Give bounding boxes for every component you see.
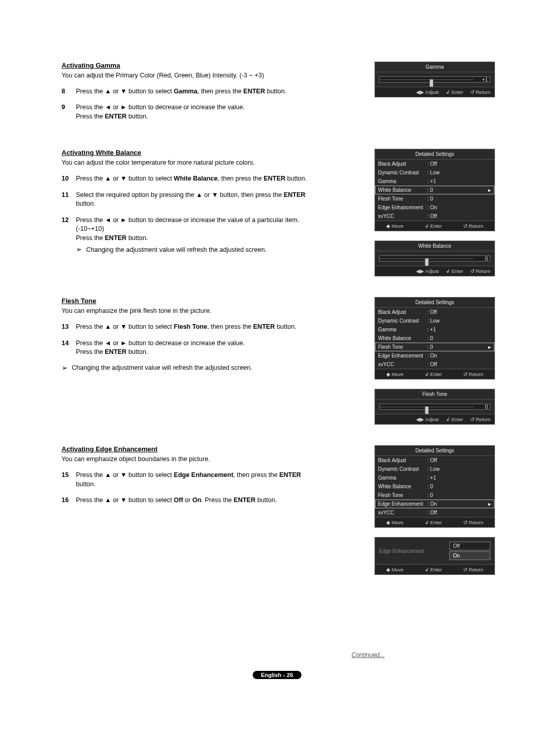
right-icon: ► [121,104,127,111]
move-icon: ◆ [386,567,390,572]
ds-row[interactable]: Flesh Tone: 0 [375,491,494,500]
enter-icon: ↲ [446,89,450,95]
ds-row[interactable]: Edge Enhancement: On [375,351,494,360]
ft-title: Flesh Tone [62,297,318,305]
page-footer: English - 26 [253,671,302,679]
move-icon: ◆ [386,371,390,377]
return-icon: ↺ [463,567,467,572]
section-edge-enhancement: Activating Edge Enhancement You can emph… [62,445,498,575]
down-icon: ▼ [121,88,127,95]
ds-row[interactable]: Gamma: +1 [375,177,494,186]
down-icon: ▼ [121,496,127,504]
up-icon: ▲ [196,191,202,198]
step-10: 10 Press the ▲ or ▼ button to select Whi… [62,174,318,184]
ee-title: Activating Edge Enhancement [62,445,318,453]
up-icon: ▲ [105,323,111,330]
up-icon: ▲ [105,471,111,479]
return-icon: ↺ [470,89,474,95]
step-16: 16 Press the ▲ or ▼ button to select Off… [62,496,318,505]
left-icon: ◄ [105,340,111,347]
step-13: 13 Press the ▲ or ▼ button to select Fle… [62,323,318,332]
ds-row-selected[interactable]: White Balance: 0 [375,186,494,194]
step-11: 11 Select the required option by pressin… [62,191,318,209]
wb-title: Activating White Balance [62,149,318,156]
section-white-balance: Activating White Balance You can adjust … [62,149,498,276]
osd-ft-slider: Flesh Tone 0 ◀▶ Adjust ↲ Enter ↺ Return [374,389,495,425]
ds-row[interactable]: Dynamic Contrast: Low [375,465,494,473]
adjust-icon: ◀▶ [416,89,424,95]
ee-intro: You can emphasize object boundaries in t… [62,455,318,464]
wb-note: ➢ Changing the adjustment value will ref… [76,246,318,255]
adjust-icon: ◀▶ [416,416,424,422]
ds-row[interactable]: Gamma: +1 [375,473,494,482]
note-arrow-icon: ➢ [62,364,68,371]
ds-row[interactable]: Dynamic Contrast: Low [375,168,494,177]
ds-row[interactable]: Edge Enhancement: On [375,203,494,212]
osd-ee-options: Edge Enhancement Off On ◆ Move ↲ Enter ↺… [374,537,495,575]
continued-label: Continued... [351,651,385,659]
enter-icon: ↲ [425,371,429,377]
note-arrow-icon: ➢ [76,246,82,253]
ds-row[interactable]: xvYCC: Off [375,212,494,221]
down-icon: ▼ [121,175,127,182]
left-icon: ◄ [105,104,111,111]
osd-detailed-settings-wb: Detailed Settings Black Adjust: Off Dyna… [374,149,495,231]
enter-icon: ↲ [425,520,429,525]
ds-row[interactable]: Black Adjust: Off [375,308,494,316]
up-icon: ▲ [105,88,111,95]
down-icon: ▼ [121,471,127,479]
step-8: 8 Press the ▲ or ▼ button to select Gamm… [62,87,318,96]
step-12: 12 Press the ◄ or ► button to decrease o… [62,216,318,255]
ds-row[interactable]: Flesh Tone: 0 [375,194,494,203]
wb-intro: You can adjust the color temperature for… [62,158,318,167]
osd-gamma-slider: Gamma +1 ◀▶ Adjust ↲ Enter ↺ Return [374,62,495,97]
enter-icon: ↲ [446,416,450,422]
ds-row[interactable]: Black Adjust: Off [375,456,494,465]
left-icon: ◄ [105,216,111,224]
ds-row-selected[interactable]: Edge Enhancement: On [375,500,494,508]
down-icon: ▼ [212,191,218,198]
enter-icon: ↲ [446,268,450,274]
enter-icon: ↲ [425,223,429,229]
step-14: 14 Press the ◄ or ► button to decrease o… [62,339,318,357]
ds-row-selected[interactable]: Flesh Tone: 0 [375,343,494,351]
section-flesh-tone: Flesh Tone You can emphasize the pink fl… [62,297,498,425]
move-icon: ◆ [386,223,390,229]
right-icon: ► [121,340,127,347]
return-icon: ↺ [470,268,474,274]
ee-option-off[interactable]: Off [449,542,490,550]
step-9: 9 Press the ◄ or ► button to decrease or… [62,103,318,121]
right-icon: ► [121,216,127,224]
ds-row[interactable]: Black Adjust: Off [375,160,494,168]
adjust-icon: ◀▶ [416,268,424,274]
gamma-title: Activating Gamma [62,62,318,69]
section-gamma: Activating Gamma You can adjust the Prim… [62,62,498,128]
osd-detailed-settings-ft: Detailed Settings Black Adjust: Off Dyna… [374,297,495,380]
ds-row[interactable]: White Balance: 0 [375,482,494,491]
ds-row[interactable]: xvYCC: Off [375,508,494,517]
up-icon: ▲ [105,175,111,182]
return-icon: ↺ [470,416,474,422]
osd-detailed-settings-ee: Detailed Settings Black Adjust: Off Dyna… [374,445,495,528]
ft-note: ➢ Changing the adjustment value will ref… [62,364,318,371]
ft-intro: You can emphasize the pink flesh tone in… [62,307,318,315]
up-icon: ▲ [105,496,111,504]
ds-row[interactable]: Gamma: +1 [375,325,494,334]
return-icon: ↺ [463,223,467,229]
enter-icon: ↲ [425,567,429,572]
ds-row[interactable]: xvYCC: Off [375,360,494,369]
step-15: 15 Press the ▲ or ▼ button to select Edg… [62,471,318,489]
ds-row[interactable]: Dynamic Contrast: Low [375,316,494,325]
osd-wb-slider: White Balance 0 ◀▶ Adjust ↲ Enter ↺ Retu… [374,241,495,276]
move-icon: ◆ [386,520,390,525]
return-icon: ↺ [463,371,467,377]
ee-option-on[interactable]: On [449,551,490,560]
gamma-intro: You can adjust the Primary Color (Red, G… [62,71,318,80]
ds-row[interactable]: White Balance: 0 [375,334,494,343]
down-icon: ▼ [121,323,127,330]
return-icon: ↺ [463,520,467,525]
